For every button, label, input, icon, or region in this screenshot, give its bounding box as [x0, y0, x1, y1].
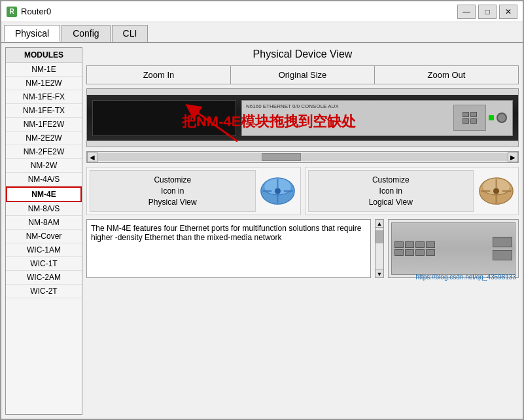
- zoom-controls: Zoom In Original Size Zoom Out: [86, 65, 519, 84]
- port: [470, 118, 477, 124]
- tab-bar: Physical Config CLI: [1, 22, 523, 43]
- info-scrollbar-thumb[interactable]: [376, 230, 383, 243]
- minimize-button[interactable]: —: [457, 5, 476, 19]
- router-icon-physical: [258, 173, 298, 209]
- customize-physical-button[interactable]: Customize Icon in Physical View: [90, 170, 256, 212]
- router-slot-left: [92, 100, 236, 136]
- close-button[interactable]: ✕: [499, 5, 517, 19]
- modules-panel: MODULES NM-1E NM-1E2W NM-1FE-FX NM-1FE-T…: [5, 47, 82, 415]
- app-icon: R: [7, 7, 17, 17]
- module-nm8as[interactable]: NM-8A/S: [6, 202, 82, 216]
- module-nm1fe-fx[interactable]: NM-1FE-FX: [6, 90, 82, 104]
- info-scrollbar[interactable]: ▲ ▼: [375, 219, 384, 278]
- module-nm2w[interactable]: NM-2W: [6, 159, 82, 173]
- info-scroll-down[interactable]: ▼: [376, 270, 383, 277]
- module-nm1e2w[interactable]: NM-1E2W: [6, 77, 82, 90]
- original-size-button[interactable]: Original Size: [231, 66, 375, 84]
- port-group-1: [453, 105, 486, 131]
- module-wic2am[interactable]: WIC-2AM: [6, 271, 82, 285]
- tab-physical[interactable]: Physical: [4, 25, 60, 42]
- preview-connector-1: [493, 237, 512, 247]
- tab-config[interactable]: Config: [61, 25, 110, 42]
- module-nm1fe-tx[interactable]: NM-1FE-TX: [6, 104, 82, 118]
- module-wic1t[interactable]: WIC-1T: [6, 257, 82, 271]
- main-content: MODULES NM-1E NM-1E2W NM-1FE-FX NM-1FE-T…: [1, 43, 523, 419]
- preview-port: [426, 241, 435, 248]
- preview-port-row: [394, 249, 435, 256]
- device-canvas: N6160 ETHERNET 0/0 CONSOLE AUX: [86, 88, 519, 147]
- module-nm4e[interactable]: NM-4E: [6, 186, 82, 202]
- info-text-box: The NM-4E features four Ethernet ports f…: [86, 219, 371, 278]
- module-nmcover[interactable]: NM-Cover: [6, 230, 82, 243]
- customize-physical-area: Customize Icon in Physical View: [86, 167, 301, 215]
- horizontal-scrollbar[interactable]: ◀ ▶: [86, 151, 519, 163]
- info-scroll-up[interactable]: ▲: [376, 220, 383, 228]
- module-nm4as[interactable]: NM-4A/S: [6, 173, 82, 186]
- preview-port: [405, 241, 414, 248]
- preview-port: [405, 249, 414, 256]
- router-front: N6160 ETHERNET 0/0 CONSOLE AUX: [87, 95, 518, 141]
- tab-cli[interactable]: CLI: [112, 25, 148, 42]
- device-view-title: Physical Device View: [86, 47, 519, 61]
- module-nm2fe2w[interactable]: NM-2FE2W: [6, 145, 82, 159]
- preview-port: [415, 249, 425, 256]
- window-title: Router0: [21, 7, 51, 16]
- modules-header: MODULES: [6, 48, 82, 63]
- preview-right-ports: [493, 237, 512, 260]
- preview-ports: [392, 239, 438, 258]
- preview-port: [394, 249, 404, 256]
- preview-port: [394, 241, 404, 248]
- module-wic2t[interactable]: WIC-2T: [6, 285, 82, 298]
- status-light: [489, 115, 494, 120]
- device-image: N6160 ETHERNET 0/0 CONSOLE AUX: [87, 89, 518, 147]
- power-button[interactable]: [497, 113, 507, 123]
- modules-list-container: NM-1E NM-1E2W NM-1FE-FX NM-1FE-TX NM-1FE…: [6, 63, 82, 414]
- svg-point-11: [493, 188, 498, 194]
- module-nm1e[interactable]: NM-1E: [6, 63, 82, 77]
- port: [470, 112, 477, 117]
- preview-port: [426, 249, 435, 256]
- zoom-in-button[interactable]: Zoom In: [87, 66, 231, 84]
- device-preview-inner: [391, 222, 515, 275]
- title-bar-left: R Router0: [7, 7, 51, 17]
- preview-port: [415, 241, 425, 248]
- scroll-left-arrow[interactable]: ◀: [87, 152, 97, 162]
- module-wic1am[interactable]: WIC-1AM: [6, 243, 82, 257]
- info-section: The NM-4E features four Ethernet ports f…: [86, 219, 519, 278]
- title-bar: R Router0 — □ ✕: [1, 1, 523, 22]
- scroll-right-arrow[interactable]: ▶: [508, 152, 518, 162]
- device-preview: [388, 219, 519, 278]
- router-slot-right: N6160 ETHERNET 0/0 CONSOLE AUX: [241, 100, 513, 136]
- module-nm8am[interactable]: NM-8AM: [6, 216, 82, 230]
- info-text: The NM-4E features four Ethernet ports f…: [91, 224, 362, 242]
- customize-logical-area: Customize Icon in Logical View: [305, 167, 519, 215]
- scrollbar-track[interactable]: [97, 153, 508, 161]
- maximize-button[interactable]: □: [478, 5, 497, 19]
- router-icon-logical: [476, 173, 515, 209]
- port: [463, 118, 469, 124]
- modules-list[interactable]: NM-1E NM-1E2W NM-1FE-FX NM-1FE-TX NM-1FE…: [6, 63, 82, 414]
- title-controls: — □ ✕: [457, 5, 517, 19]
- right-panel: Physical Device View Zoom In Original Si…: [86, 47, 519, 415]
- module-nm2e2w[interactable]: NM-2E2W: [6, 131, 82, 145]
- customize-section: Customize Icon in Physical View: [86, 167, 519, 215]
- module-nm1fe2w[interactable]: NM-1FE2W: [6, 118, 82, 131]
- svg-point-4: [275, 188, 281, 194]
- port: [463, 112, 469, 117]
- main-window: R Router0 — □ ✕ Physical Config CLI MODU…: [0, 0, 524, 420]
- customize-logical-button[interactable]: Customize Icon in Logical View: [308, 170, 474, 212]
- scrollbar-thumb[interactable]: [262, 153, 301, 161]
- watermark: https://blog.csdn.net/qq_43598133: [416, 273, 516, 281]
- preview-port-row: [394, 241, 435, 248]
- preview-connector-2: [493, 250, 512, 260]
- zoom-out-button[interactable]: Zoom Out: [375, 66, 518, 84]
